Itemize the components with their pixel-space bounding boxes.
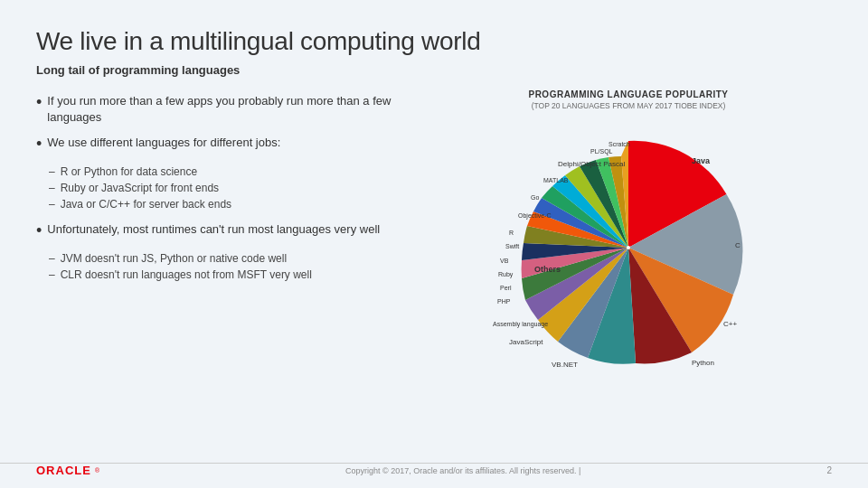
oracle-tm: ® [95,467,99,474]
chart-area: PROGRAMMING LANGUAGE POPULARITY (TOP 20 … [425,89,832,367]
sub-bullets-2: R or Python for data science Ruby or Jav… [49,164,416,212]
slide: We live in a multilingual computing worl… [0,0,868,488]
label-vbnet: VB.NET [552,361,578,367]
bullet-1: • If you run more than a few apps you pr… [36,93,416,126]
label-cpp: C++ [723,320,737,328]
content-area: • If you run more than a few apps you pr… [36,89,832,367]
label-js: JavaScript [509,338,543,346]
label-objc: Objective-C [518,212,552,220]
label-php: PHP [497,298,511,305]
label-swift: Swift [505,243,519,249]
label-others: Others [534,265,561,274]
sub-2-2: Ruby or JavaScript for front ends [49,180,416,196]
subtitle: Long tail of programming languages [36,63,832,77]
footer: ORACLE ® Copyright © 2017, Oracle and/or… [0,463,868,477]
bullet-1-text: If you run more than a few apps you prob… [47,93,416,126]
sub-2-1: R or Python for data science [49,164,416,180]
sub-bullets-3: JVM doesn't run JS, Python or native cod… [49,250,416,283]
label-asm: Assembly language [493,321,548,328]
bullet-3: • Unfortunately, most runtimes can't run… [36,221,416,241]
oracle-name: ORACLE [36,464,91,477]
sub-2-3: Java or C/C++ for server back ends [49,196,416,212]
label-c: C [735,241,741,249]
left-panel: • If you run more than a few apps you pr… [36,89,416,367]
label-matlab: MATLAB [543,177,569,183]
label-go: Go [531,194,539,201]
chart-subtitle: (TOP 20 LANGUAGES FROM MAY 2017 TIOBE IN… [532,101,726,110]
label-perl: Perl [500,285,512,291]
label-plsql: PL/SQL [590,148,613,155]
bullet-2-text: We use different languages for different… [47,135,280,151]
footer-copyright: Copyright © 2017, Oracle and/or its affi… [345,466,580,475]
label-python: Python [692,359,714,367]
pie-chart-container: Java C C++ Python C# VB.NET JavaScript A… [484,114,773,367]
bullet-2: • We use different languages for differe… [36,135,416,155]
bullet-3-text: Unfortunately, most runtimes can't run m… [47,221,380,238]
label-vb: VB [500,258,509,264]
bullet-dot-3: • [36,221,42,241]
pie-center [627,246,630,249]
bullet-dot-1: • [36,93,42,113]
pie-chart-svg: Java C C++ Python C# VB.NET JavaScript A… [484,114,773,367]
sub-3-2: CLR doesn't run languages not from MSFT … [49,267,416,283]
label-delphi: Delphi/Object Pascal [558,160,625,168]
label-scratch: Scratch [609,141,630,147]
footer-page: 2 [826,465,832,475]
sub-3-1: JVM doesn't run JS, Python or native cod… [49,250,416,267]
oracle-logo: ORACLE ® [36,464,99,477]
label-r: R [509,230,514,236]
label-ruby: Ruby [498,271,514,278]
main-title: We live in a multilingual computing worl… [36,27,832,56]
bullet-dot-2: • [36,135,42,155]
chart-title: PROGRAMMING LANGUAGE POPULARITY [528,89,728,99]
label-java: Java [692,156,711,165]
